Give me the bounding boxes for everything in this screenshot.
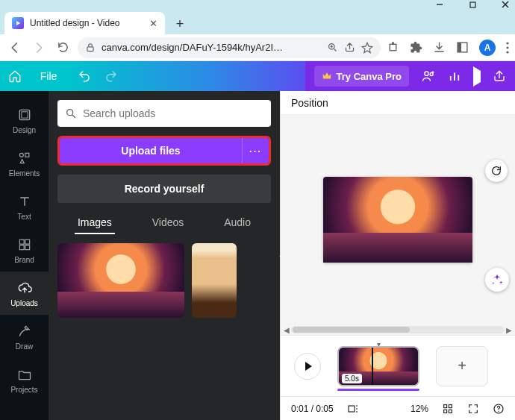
upload-thumbnail-1[interactable]: [57, 243, 184, 318]
rail-item-design[interactable]: Design: [0, 98, 49, 142]
design-icon: [16, 107, 33, 123]
projects-icon: [16, 366, 33, 383]
svg-rect-42: [449, 410, 452, 413]
svg-point-13: [506, 42, 508, 44]
rail-item-text[interactable]: Text: [0, 185, 49, 228]
playhead[interactable]: [372, 346, 373, 386]
site-info-icon[interactable]: [85, 43, 96, 53]
svg-rect-24: [21, 111, 27, 117]
forward-button[interactable]: [30, 39, 48, 57]
browser-tab-active[interactable]: Untitled design - Video ✕: [4, 12, 165, 34]
search-uploads[interactable]: [57, 100, 271, 127]
window-minimize-button[interactable]: [434, 0, 445, 10]
scroll-left-arrow[interactable]: ◀: [282, 326, 291, 334]
canvas-horizontal-scrollbar[interactable]: ◀ ▶: [281, 325, 515, 335]
browser-actions: A: [387, 40, 509, 56]
svg-rect-39: [444, 404, 447, 407]
file-menu[interactable]: File: [30, 61, 67, 91]
try-canva-pro-button[interactable]: Try Canva Pro: [314, 66, 409, 87]
chrome-menu-icon[interactable]: [506, 42, 509, 54]
brand-icon: [16, 236, 33, 253]
search-input[interactable]: [83, 107, 263, 119]
zoom-value[interactable]: 12%: [411, 404, 428, 414]
rotate-button[interactable]: [485, 160, 508, 182]
svg-point-25: [19, 153, 23, 157]
extensions-puzzle-icon[interactable]: [410, 41, 422, 54]
rail-item-draw[interactable]: Draw: [0, 315, 49, 358]
window-close-button[interactable]: [500, 0, 511, 10]
upload-thumbnail-2[interactable]: [192, 243, 237, 318]
record-yourself-button[interactable]: Record yourself: [57, 175, 271, 203]
add-clip-button[interactable]: +: [436, 346, 488, 386]
scroll-track[interactable]: [291, 326, 505, 333]
magic-button[interactable]: [485, 268, 509, 292]
svg-rect-29: [19, 239, 24, 244]
collaborators-icon[interactable]: [421, 69, 436, 84]
svg-rect-4: [87, 46, 93, 51]
rail-label: Uploads: [10, 299, 38, 307]
position-button[interactable]: Position: [291, 97, 328, 109]
svg-point-14: [506, 46, 508, 48]
extension-icon[interactable]: [387, 41, 399, 54]
reload-button[interactable]: [54, 39, 72, 57]
upload-thumbnails: [57, 243, 271, 318]
timeline: ▾ 5.0s +: [281, 335, 515, 396]
present-button[interactable]: [473, 71, 481, 82]
canvas-area[interactable]: [281, 115, 515, 325]
tab-images[interactable]: Images: [75, 212, 115, 234]
appbar-right: Try Canva Pro: [305, 61, 515, 91]
rail-label: Projects: [10, 386, 37, 394]
left-nav-rail: Design Elements Text Brand Uploads Draw …: [0, 91, 49, 420]
back-button[interactable]: [6, 39, 24, 57]
reading-list-icon[interactable]: [456, 41, 469, 54]
uploads-tabs: Images Videos Audio: [57, 212, 271, 234]
rail-label: Elements: [9, 169, 40, 178]
window-maximize-button[interactable]: [467, 0, 478, 10]
main: Design Elements Text Brand Uploads Draw …: [0, 91, 515, 420]
home-button[interactable]: [0, 61, 30, 91]
rail-label: Draw: [16, 342, 33, 351]
share-icon[interactable]: [344, 42, 355, 53]
help-icon[interactable]: [493, 403, 505, 415]
bookmark-icon[interactable]: [361, 42, 373, 54]
share-export-icon[interactable]: [493, 69, 506, 83]
uploads-icon: [16, 280, 33, 296]
grid-view-icon[interactable]: [442, 403, 454, 415]
scroll-thumb[interactable]: [293, 327, 410, 333]
editor-stage: Position ◀ ▶ ▾ 5.0s: [280, 91, 515, 420]
appbar-left: File: [0, 61, 67, 91]
timeline-clip[interactable]: 5.0s: [337, 346, 419, 386]
svg-point-44: [498, 410, 499, 411]
undo-button[interactable]: [78, 69, 91, 83]
analytics-icon[interactable]: [448, 69, 461, 83]
elements-icon: [16, 150, 33, 166]
tab-videos[interactable]: Videos: [149, 212, 187, 234]
appbar-center: [67, 61, 305, 91]
svg-point-16: [425, 72, 428, 75]
rail-item-brand[interactable]: Brand: [0, 228, 49, 272]
svg-rect-35: [349, 406, 355, 412]
downloads-icon[interactable]: [433, 41, 446, 54]
rail-item-uploads[interactable]: Uploads: [0, 272, 49, 315]
new-tab-button[interactable]: +: [169, 13, 190, 34]
fullscreen-icon[interactable]: [467, 403, 479, 415]
rail-item-projects[interactable]: Projects: [0, 358, 49, 401]
upload-files-button[interactable]: Upload files: [60, 138, 242, 163]
tab-audio[interactable]: Audio: [221, 212, 254, 234]
scroll-right-arrow[interactable]: ▶: [505, 326, 514, 334]
zoom-icon[interactable]: [327, 42, 338, 53]
rail-item-elements[interactable]: Elements: [0, 142, 49, 185]
browser-tabstrip: Untitled design - Video ✕ +: [0, 9, 515, 34]
profile-avatar[interactable]: A: [479, 40, 496, 56]
upload-options-button[interactable]: ···: [242, 138, 269, 163]
timeline-play-button[interactable]: [294, 353, 321, 380]
canvas-preview[interactable]: [323, 177, 472, 263]
address-bar[interactable]: canva.com/design/DAFuY-1594k/hyAr2I…: [78, 37, 381, 58]
svg-rect-32: [25, 245, 29, 249]
tab-close-icon[interactable]: ✕: [149, 18, 157, 29]
clip-duration: 5.0s: [342, 374, 362, 383]
view-mode-icon[interactable]: [347, 403, 359, 415]
svg-rect-26: [25, 153, 28, 157]
redo-button[interactable]: [104, 69, 118, 83]
svg-rect-1: [470, 2, 475, 7]
